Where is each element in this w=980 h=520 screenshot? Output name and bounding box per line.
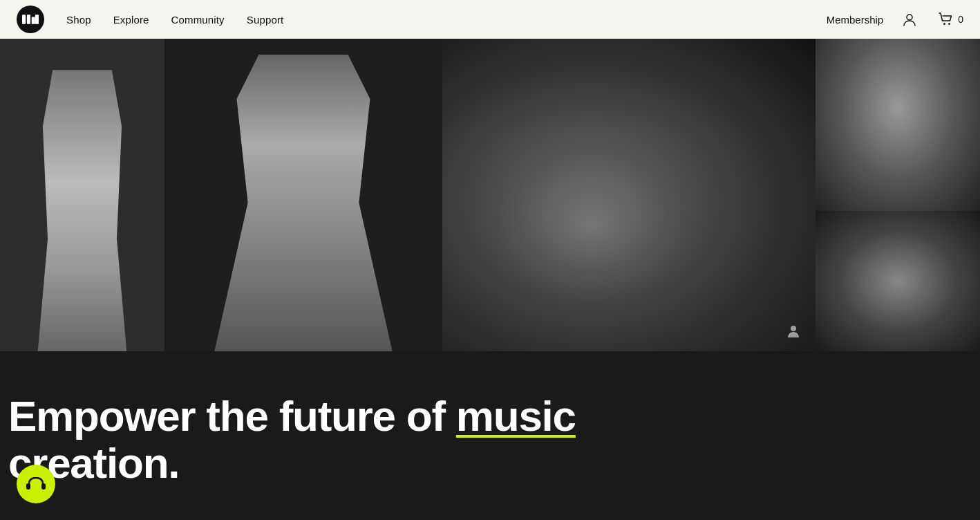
- svg-rect-2: [32, 17, 35, 24]
- headline-highlight: music: [456, 392, 576, 440]
- nav-community[interactable]: Community: [171, 14, 225, 26]
- hero-grid: [0, 39, 980, 351]
- cart-count: 0: [958, 14, 963, 25]
- navbar: Shop Explore Community Support Membershi…: [0, 0, 980, 39]
- cookie-widget[interactable]: [17, 465, 55, 503]
- user-icon[interactable]: [900, 10, 919, 29]
- nav-support[interactable]: Support: [247, 14, 284, 26]
- hero-panel-4b: [816, 211, 980, 351]
- svg-point-7: [791, 326, 796, 331]
- svg-rect-9: [41, 483, 46, 490]
- membership-link[interactable]: Membership: [827, 14, 884, 26]
- headline-text-1: Empower the future of: [8, 392, 456, 440]
- svg-rect-1: [27, 15, 30, 24]
- svg-point-4: [907, 15, 912, 20]
- main-nav: Shop Explore Community Support: [66, 14, 827, 26]
- svg-rect-3: [35, 15, 39, 24]
- svg-rect-8: [26, 483, 30, 490]
- navbar-right: Membership 0: [827, 10, 963, 29]
- svg-point-6: [948, 23, 950, 25]
- hero-panel-3: [442, 39, 816, 351]
- cart-icon: [936, 10, 955, 29]
- logo[interactable]: [17, 6, 44, 33]
- hero-panel-4a: [816, 39, 980, 211]
- hero-panel-1: [0, 39, 164, 351]
- hero-headline: Empower the future of music creation.: [8, 393, 630, 487]
- cart[interactable]: 0: [936, 10, 963, 29]
- content-section: Empower the future of music creation.: [0, 351, 980, 514]
- hero-panel-4-group: [816, 39, 980, 351]
- nav-shop[interactable]: Shop: [66, 14, 91, 26]
- nav-explore[interactable]: Explore: [113, 14, 149, 26]
- svg-rect-0: [22, 15, 26, 24]
- svg-point-5: [943, 23, 945, 25]
- hero-section: [0, 39, 980, 351]
- hero-panel-2: [164, 39, 442, 351]
